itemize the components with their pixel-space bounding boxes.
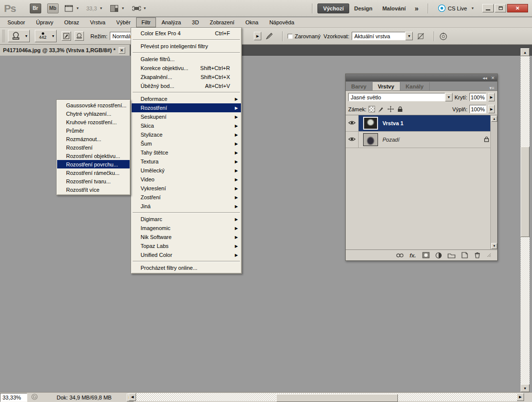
horizontal-scrollbar[interactable]: ◀ ▶ — [129, 392, 524, 402]
launch-mini-bridge-button[interactable]: Mb — [47, 3, 59, 13]
filter-menu-item-jina[interactable]: Jiná▶ — [132, 202, 241, 211]
scroll-down-icon[interactable]: ▼ — [521, 384, 530, 392]
filter-menu-item-nik-software[interactable]: Nik Software▶ — [132, 233, 241, 241]
ignore-adjustment-toggle-icon[interactable] — [417, 32, 425, 40]
blur-submenu-item-rozostrit-vice[interactable]: Rozostřít více — [57, 185, 130, 194]
blur-submenu-item-chytre-vyhlazeni[interactable]: Chytré vyhlazení... — [57, 109, 130, 118]
link-layers-icon[interactable] — [396, 252, 404, 259]
tool-preset-picker[interactable]: ▼ — [8, 30, 30, 42]
filter-menu-item-imagenomic[interactable]: Imagenomic▶ — [132, 224, 241, 233]
scroll-down-icon[interactable]: ▼ — [491, 243, 497, 249]
visibility-toggle[interactable] — [346, 115, 359, 131]
lock-all-icon[interactable] — [397, 106, 403, 112]
spinner-button[interactable]: ▶ — [254, 32, 261, 40]
new-layer-icon[interactable] — [460, 252, 468, 259]
lock-position-icon[interactable] — [387, 106, 394, 112]
horizontal-scroll-thumb[interactable] — [276, 394, 398, 402]
close-panel-icon[interactable]: ✕ — [491, 76, 495, 80]
filter-menu-item-textura[interactable]: Textura▶ — [132, 157, 241, 166]
brush-preset-picker[interactable]: 442 ▼ — [35, 30, 57, 42]
document-tab[interactable]: P4171046a.jpg @ 33,3% (Vrstva 1,RGB/8#) … — [0, 45, 130, 56]
fill-value[interactable]: 100% — [469, 105, 486, 113]
opacity-slider-arrow-icon[interactable]: ▶ — [488, 93, 495, 101]
workspace-button-malovani[interactable]: Malování — [378, 4, 411, 13]
workspace-button-design[interactable]: Design — [349, 4, 378, 13]
panel-menu-icon[interactable]: ▾≡ — [489, 85, 497, 90]
menubar-item-3d[interactable]: 3D — [186, 17, 204, 27]
menubar-item-obraz[interactable]: Obraz — [59, 17, 84, 27]
ignore-adjustment-layers-icon[interactable] — [265, 32, 273, 40]
scroll-right-icon[interactable]: ▶ — [517, 393, 524, 401]
workspace-overflow-chevron[interactable]: » — [411, 4, 423, 12]
filter-menu-item-prochazet-filtry-online[interactable]: Procházet filtry online... — [132, 263, 241, 272]
sample-select[interactable]: Aktuální vrstva ▼ — [352, 31, 413, 41]
visibility-toggle[interactable] — [346, 132, 359, 148]
vertical-scrollbar[interactable]: ▲ ▼ — [521, 48, 530, 392]
blur-submenu-item-prumer[interactable]: Průměr — [57, 126, 130, 135]
filter-menu-item-vykresleni[interactable]: Vykreslení▶ — [132, 184, 241, 193]
add-layer-mask-icon[interactable] — [422, 252, 430, 259]
zoom-level-dropdown[interactable]: 33,3 ▼ — [86, 5, 103, 11]
blur-submenu-item-rozmaznout[interactable]: Rozmáznout... — [57, 135, 130, 143]
arrange-documents-dropdown[interactable]: ▼ — [110, 4, 125, 12]
filter-menu-item-galerie-filtru[interactable]: Galerie filtrů... — [132, 55, 241, 64]
panel-tab-barvy[interactable]: Barvy — [346, 82, 373, 90]
menubar-item-upravy[interactable]: Úpravy — [30, 17, 59, 27]
blur-submenu-item-rozostreni-tvaru[interactable]: Rozostření tvaru... — [57, 177, 130, 185]
filter-menu-item-umelecky[interactable]: Umělecký▶ — [132, 166, 241, 175]
collapse-panel-icon[interactable]: ◂◂ — [482, 76, 487, 80]
scroll-left-icon[interactable]: ◀ — [129, 393, 136, 401]
filter-menu-item-tahy-stetce[interactable]: Tahy štětce▶ — [132, 148, 241, 157]
filter-menu-item-zkapalneni[interactable]: Zkapalnění...Shift+Ctrl+X — [132, 73, 241, 81]
filter-menu-item-rozostreni[interactable]: Rozostření▶ — [132, 103, 241, 112]
panel-resize-grip[interactable] — [486, 252, 491, 259]
layer-list-scrollbar[interactable]: ▲ ▼ — [490, 115, 497, 249]
lock-transparency-icon[interactable] — [369, 106, 375, 112]
panel-tab-kanaly[interactable]: Kanály — [400, 82, 430, 90]
filter-menu-item-stylizace[interactable]: Stylizace▶ — [132, 130, 241, 139]
new-group-icon[interactable] — [448, 252, 456, 259]
horizontal-scroll-track[interactable] — [136, 393, 517, 401]
status-zoom-field[interactable]: 33,33% — [0, 393, 27, 402]
filter-menu-item-skica[interactable]: Skica▶ — [132, 121, 241, 130]
panel-tab-vrstvy[interactable]: Vrstvy — [373, 82, 400, 90]
menubar-item-okna[interactable]: Okna — [240, 17, 264, 27]
screen-mode-dropdown[interactable]: ▼ — [132, 4, 147, 12]
options-bar-grip[interactable] — [2, 30, 5, 43]
blur-submenu-item-rozostreni[interactable]: Rozostření — [57, 143, 130, 152]
blur-submenu-item-rozostreni-objektivu[interactable]: Rozostření objektivu... — [57, 152, 130, 160]
blur-submenu-item-rozostreni-ramecku[interactable]: Rozostření rámečku... — [57, 168, 130, 177]
delete-layer-icon[interactable] — [473, 252, 481, 259]
close-button[interactable]: ✕ — [507, 4, 528, 12]
menubar-item-vrstva[interactable]: Vrstva — [84, 17, 111, 27]
minimize-button[interactable] — [482, 4, 494, 12]
scroll-up-icon[interactable]: ▲ — [521, 48, 530, 56]
adjustment-layer-icon[interactable] — [435, 252, 443, 259]
launch-bridge-button[interactable]: Br — [30, 3, 41, 13]
layer-style-icon[interactable]: fx. — [409, 252, 417, 259]
filter-menu-item-deformace[interactable]: Deformace▶ — [132, 94, 241, 103]
menubar-item-soubor[interactable]: Soubor — [2, 17, 30, 27]
filter-menu-item-prevest-pro-inteligentni-filtry[interactable]: Převést pro inteligentní filtry — [132, 42, 241, 51]
view-extras-dropdown[interactable]: ▼ — [65, 4, 79, 12]
filter-menu-item-color-efex-pro-4[interactable]: Color Efex Pro 4Ctrl+F — [132, 29, 241, 38]
toggle-clone-source-button[interactable] — [75, 31, 84, 41]
restore-button[interactable] — [495, 4, 506, 12]
tablet-pressure-icon[interactable] — [439, 32, 447, 40]
filter-menu-item-topaz-labs[interactable]: Topaz Labs▶ — [132, 241, 241, 250]
blur-submenu-item-rozostreni-povrchu[interactable]: Rozostření povrchu... — [57, 160, 130, 168]
layer-row-pozadi[interactable]: Pozadí — [346, 132, 497, 148]
filter-menu-item-ubezny-bod[interactable]: Úběžný bod...Alt+Ctrl+V — [132, 81, 241, 90]
scroll-up-icon[interactable]: ▲ — [491, 116, 497, 122]
filter-menu-item-korekce-objektivu[interactable]: Korekce objektivu...Shift+Ctrl+R — [132, 64, 241, 73]
blur-submenu-item-kruhove-rozostreni[interactable]: Kruhové rozostření... — [57, 118, 130, 126]
menubar-item-filtr[interactable]: Filtr — [136, 17, 156, 27]
filter-menu-item-video[interactable]: Video▶ — [132, 175, 241, 184]
menubar-item-analyza[interactable]: Analýza — [156, 17, 186, 27]
aligned-checkbox[interactable] — [288, 34, 293, 39]
vertical-scroll-thumb[interactable] — [521, 147, 530, 237]
fill-slider-arrow-icon[interactable]: ▶ — [488, 105, 495, 113]
menubar-item-zobrazeni[interactable]: Zobrazení — [204, 17, 240, 27]
filter-menu-item-seskupeni[interactable]: Seskupení▶ — [132, 112, 241, 121]
workspace-button-vychozi[interactable]: Výchozí — [317, 3, 349, 13]
